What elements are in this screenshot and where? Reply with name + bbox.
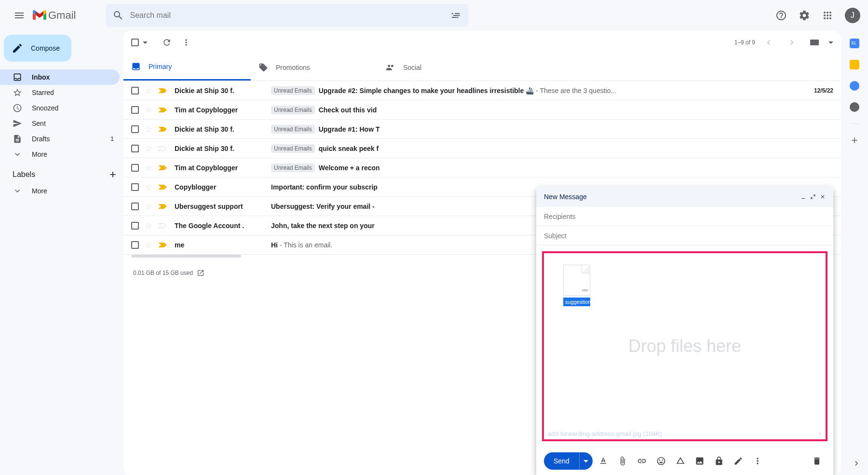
attachment-name[interactable]: add-forwarding-address-gmail.jpg (548, 430, 641, 437)
important-icon[interactable] (158, 88, 167, 93)
support-button[interactable] (772, 6, 791, 25)
format-icon[interactable] (595, 452, 612, 470)
nav-inbox[interactable]: Inbox (0, 69, 120, 85)
row-checkbox[interactable] (131, 106, 139, 114)
email-row[interactable]: ☆Dickie at Ship 30 f.Unread EmailsUpgrad… (123, 81, 841, 100)
remove-attachment-icon[interactable]: × (818, 430, 822, 437)
drive-icon[interactable] (672, 452, 689, 470)
tab-social[interactable]: Social (378, 54, 505, 81)
label-badge[interactable]: Unread Emails (271, 163, 315, 172)
important-icon[interactable] (158, 146, 167, 151)
labels-more[interactable]: More (0, 183, 120, 199)
label-badge[interactable]: Unread Emails (271, 144, 315, 153)
row-checkbox[interactable] (131, 222, 139, 230)
row-checkbox[interactable] (131, 183, 139, 191)
important-icon[interactable] (158, 127, 167, 132)
panel-divider (850, 123, 859, 124)
row-checkbox[interactable] (131, 241, 139, 249)
select-dropdown-icon[interactable] (143, 41, 148, 44)
keep-app-icon[interactable] (850, 60, 859, 69)
label-badge[interactable]: Unread Emails (271, 125, 315, 134)
chevron-down-icon (13, 186, 22, 196)
star-icon[interactable]: ☆ (145, 201, 152, 212)
next-page-button[interactable] (782, 33, 801, 52)
discard-draft-icon[interactable] (808, 452, 826, 470)
email-row[interactable]: ☆Dickie at Ship 30 f.Unread EmailsUpgrad… (123, 120, 841, 139)
add-label-icon[interactable] (108, 170, 118, 179)
important-icon[interactable] (158, 185, 167, 190)
expand-panel-button[interactable] (847, 454, 866, 473)
minimize-icon[interactable] (800, 194, 806, 200)
label-badge[interactable]: Unread Emails (271, 86, 315, 95)
star-icon[interactable]: ☆ (145, 220, 152, 231)
recipients-field[interactable] (536, 207, 833, 226)
row-checkbox[interactable] (131, 145, 139, 152)
apps-button[interactable] (818, 6, 837, 25)
subject-field[interactable] (536, 226, 833, 245)
nav-more[interactable]: More (0, 147, 120, 162)
row-checkbox[interactable] (131, 87, 139, 95)
emoji-icon[interactable] (652, 452, 670, 470)
settings-button[interactable] (795, 6, 814, 25)
input-tools-button[interactable] (805, 33, 825, 52)
sidebar: Compose InboxStarredSnoozedSentDrafts1Mo… (0, 31, 123, 475)
search-options-icon[interactable] (450, 10, 461, 21)
email-row[interactable]: ☆Tim at CopybloggerUnread EmailsWelcome … (123, 158, 841, 177)
image-icon[interactable] (691, 452, 708, 470)
label-badge[interactable]: Unread Emails (271, 106, 315, 114)
prev-page-button[interactable] (759, 33, 778, 52)
attach-icon[interactable] (614, 452, 631, 470)
open-external-icon[interactable] (197, 269, 204, 277)
drop-zone[interactable]: csv suggestions_ubersuggest...limit.csv … (542, 251, 827, 441)
important-icon[interactable] (158, 165, 167, 170)
link-icon[interactable] (633, 452, 651, 470)
star-icon[interactable]: ☆ (145, 124, 152, 135)
main-menu-button[interactable] (8, 4, 31, 27)
signature-icon[interactable] (730, 452, 747, 470)
search-bar[interactable] (106, 4, 468, 27)
nav-snoozed[interactable]: Snoozed (0, 100, 120, 116)
contacts-app-icon[interactable] (850, 102, 859, 112)
row-checkbox[interactable] (131, 125, 139, 133)
close-icon[interactable] (820, 194, 826, 200)
nav-sent[interactable]: Sent (0, 116, 120, 131)
important-icon[interactable] (158, 108, 167, 112)
important-icon[interactable] (158, 204, 167, 209)
file-label: suggestions_ubersuggest...limit.csv (563, 298, 590, 306)
nav-starred[interactable]: Starred (0, 85, 120, 100)
gmail-logo[interactable]: Gmail (33, 9, 76, 22)
star-icon[interactable]: ☆ (145, 105, 152, 115)
input-tools-dropdown-icon[interactable] (828, 41, 833, 44)
search-input[interactable] (130, 11, 450, 20)
email-row[interactable]: ☆Tim at CopybloggerUnread EmailsCheck ou… (123, 100, 841, 120)
scrollbar[interactable] (131, 255, 241, 258)
calendar-app-icon[interactable]: 31 (850, 39, 859, 48)
tab-promotions[interactable]: Promotions (251, 54, 378, 81)
confidential-icon[interactable] (710, 452, 728, 470)
important-icon[interactable] (158, 223, 167, 228)
more-button[interactable] (176, 33, 196, 52)
star-icon[interactable]: ☆ (145, 163, 152, 173)
compose-button[interactable]: Compose (4, 35, 71, 62)
star-icon[interactable]: ☆ (145, 143, 152, 154)
nav-drafts[interactable]: Drafts1 (0, 131, 120, 147)
star-icon[interactable]: ☆ (145, 85, 152, 96)
row-checkbox[interactable] (131, 164, 139, 172)
subject: Welcome + a recon (319, 164, 833, 172)
star-icon[interactable]: ☆ (145, 182, 152, 192)
star-icon[interactable]: ☆ (145, 240, 152, 250)
send-options-icon[interactable] (579, 452, 593, 470)
email-row[interactable]: ☆Dickie at Ship 30 f.Unread Emailsquick … (123, 139, 841, 158)
tasks-app-icon[interactable] (850, 81, 859, 91)
add-addon-icon[interactable] (850, 136, 859, 145)
account-avatar[interactable]: J (845, 8, 860, 23)
tab-icon (131, 62, 141, 71)
refresh-button[interactable] (157, 33, 176, 52)
tab-primary[interactable]: Primary (123, 54, 251, 81)
row-checkbox[interactable] (131, 203, 139, 210)
more-options-icon[interactable] (749, 452, 766, 470)
send-button[interactable]: Send (544, 452, 593, 470)
select-all-checkbox[interactable] (131, 39, 139, 46)
fullscreen-icon[interactable] (810, 194, 816, 200)
important-icon[interactable] (158, 243, 167, 247)
